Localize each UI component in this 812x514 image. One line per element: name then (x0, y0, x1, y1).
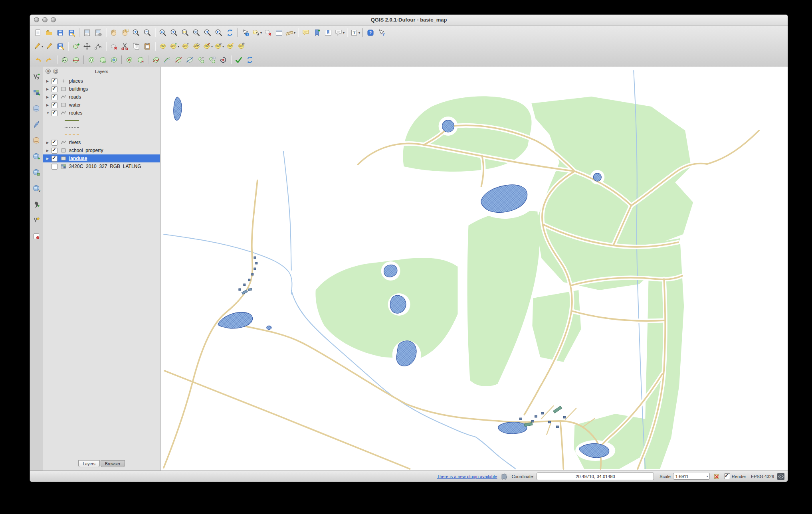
zoom-to-layer[interactable] (191, 28, 202, 38)
map-canvas[interactable] (160, 67, 788, 471)
expand-arrow-icon[interactable]: ▶ (46, 141, 51, 144)
text-annotation[interactable]: T▾ (349, 28, 360, 38)
delete-ring[interactable] (124, 55, 135, 65)
refresh-map[interactable] (224, 28, 236, 38)
annotation[interactable]: ▾ (334, 28, 345, 38)
add-ring[interactable] (86, 55, 97, 65)
layer-item-roads[interactable]: ▶roads (43, 93, 160, 101)
plugin-available-link[interactable]: There is a new plugin available (437, 474, 497, 479)
whats-this[interactable]: ? (376, 28, 387, 38)
expand-arrow-icon[interactable]: ▶ (46, 103, 51, 107)
move-feature[interactable] (81, 41, 93, 51)
pan-to-selection[interactable] (119, 28, 131, 38)
check-validity[interactable] (233, 55, 244, 65)
layer-visibility-checkbox[interactable] (51, 164, 57, 170)
open-project[interactable] (44, 28, 55, 38)
help-contents[interactable]: ? (365, 28, 376, 38)
show-hide-labels[interactable]: abc▾ (213, 41, 224, 51)
save-layer-edits[interactable] (55, 41, 66, 51)
merge-features[interactable] (195, 55, 206, 65)
scale-combo[interactable]: 1:6911 ▾ (673, 473, 710, 480)
expand-arrow-icon[interactable]: ▶ (46, 149, 51, 152)
stop-rendering-icon[interactable] (714, 473, 720, 480)
panel-float-button[interactable]: ◻ (53, 69, 58, 74)
cut-features[interactable] (119, 41, 131, 51)
reshape-features[interactable] (151, 55, 162, 65)
rotate-label[interactable]: abc (191, 41, 202, 51)
delete-selected[interactable] (108, 41, 119, 51)
toggle-editing[interactable] (44, 41, 55, 51)
offset-curve[interactable] (162, 55, 173, 65)
layer-item-buildings[interactable]: ▶buildings (43, 85, 160, 93)
merge-attributes[interactable] (206, 55, 218, 65)
node-tool[interactable] (93, 41, 104, 51)
zoom-out[interactable]: − (142, 28, 153, 38)
new-shapefile-layer[interactable] (31, 215, 42, 225)
new-project[interactable] (32, 28, 44, 38)
layer-visibility-checkbox[interactable] (51, 94, 57, 100)
split-features[interactable] (173, 55, 184, 65)
layer-item-routes[interactable]: ▼routes (43, 109, 160, 117)
add-vector-layer[interactable] (31, 71, 42, 82)
expand-arrow-icon[interactable]: ▼ (46, 111, 51, 115)
coordinate-input[interactable] (537, 472, 654, 480)
zoom-in[interactable]: + (131, 28, 142, 38)
composer-manager[interactable] (93, 28, 104, 38)
paste-features[interactable] (142, 41, 153, 51)
layer-visibility-checkbox[interactable] (51, 140, 57, 146)
crs-status-icon[interactable] (777, 473, 784, 480)
layer-item-rivers[interactable]: ▶rivers (43, 138, 160, 146)
undo[interactable] (32, 55, 44, 65)
layer-item-raster[interactable]: 3420C_2010_327_RGB_LATLNG (43, 162, 160, 170)
add-spatialite-layer[interactable] (31, 119, 42, 130)
layer-visibility-checkbox[interactable] (51, 156, 57, 162)
zoom-last[interactable] (202, 28, 213, 38)
layer-item-water[interactable]: ▶water (43, 101, 160, 109)
save-project[interactable] (55, 28, 66, 38)
zoom-full[interactable] (168, 28, 180, 38)
redraw[interactable] (244, 55, 255, 65)
panel-close-button[interactable]: ✕ (46, 69, 51, 74)
map-tips[interactable] (300, 28, 311, 38)
add-raster-layer[interactable] (31, 87, 42, 98)
show-bookmarks[interactable] (323, 28, 334, 38)
close-button[interactable] (34, 17, 39, 22)
pan-map[interactable] (108, 28, 119, 38)
new-bookmark[interactable] (311, 28, 323, 38)
simplify-feature[interactable] (70, 55, 81, 65)
minimize-button[interactable] (42, 17, 48, 22)
panel-tab-layers[interactable]: Layers (78, 460, 100, 467)
expand-arrow-icon[interactable]: ▶ (46, 95, 51, 99)
select-features[interactable]: ▾ (251, 28, 262, 38)
title-bar[interactable]: QGIS 2.0.1-Dufour - basic_map (30, 15, 788, 26)
copy-features[interactable] (131, 41, 142, 51)
label-data-defined[interactable]: abc▾ (168, 41, 180, 51)
expand-arrow-icon[interactable]: ▶ (46, 87, 51, 91)
zoom-native[interactable]: 1:1 (157, 28, 168, 38)
move-label[interactable]: abc (180, 41, 191, 51)
layer-visibility-checkbox[interactable] (51, 86, 57, 92)
new-print-composer[interactable] (81, 28, 93, 38)
pin-labels[interactable]: abc▾ (202, 41, 213, 51)
measure[interactable]: ▾ (285, 28, 296, 38)
redo[interactable] (44, 55, 55, 65)
plugin-icon[interactable] (500, 473, 507, 480)
change-label[interactable]: abc (224, 41, 236, 51)
panel-tab-browser[interactable]: Browser (101, 460, 125, 467)
current-edits[interactable]: ▾ (32, 41, 44, 51)
zoom-button[interactable] (51, 17, 56, 22)
add-postgis-layer[interactable] (31, 103, 42, 114)
layer-visibility-checkbox[interactable] (51, 110, 57, 116)
labeling[interactable]: abc (157, 41, 168, 51)
render-checkbox[interactable] (724, 473, 730, 479)
fill-ring[interactable] (108, 55, 119, 65)
delete-part[interactable] (135, 55, 146, 65)
layer-item-landuse[interactable]: ▶landuse (43, 154, 160, 162)
identify-features[interactable]: i (240, 28, 251, 38)
zoom-to-selection[interactable] (180, 28, 191, 38)
layer-visibility-checkbox[interactable] (51, 78, 57, 84)
save-project-as[interactable] (66, 28, 77, 38)
add-wfs-layer[interactable]: V (31, 183, 42, 194)
add-delimited-text[interactable] (31, 199, 42, 210)
add-feature[interactable] (70, 41, 81, 51)
